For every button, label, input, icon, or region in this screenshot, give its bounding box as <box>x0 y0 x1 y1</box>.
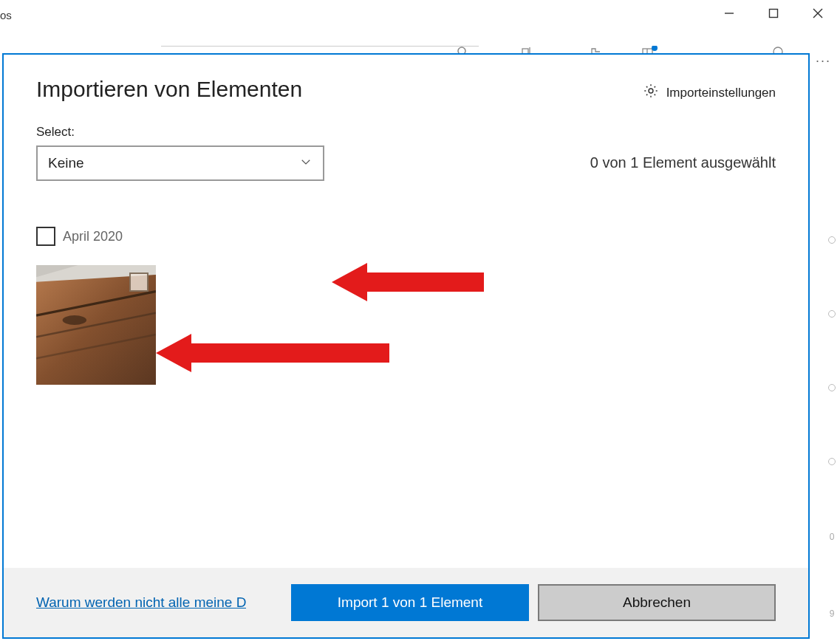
footer-buttons: Import 1 von 1 Element Abbrechen <box>291 584 776 621</box>
titlebar: os <box>0 0 840 35</box>
select-dropdown[interactable]: Keine <box>36 145 324 181</box>
select-block: Select: Keine <box>36 125 324 181</box>
svg-point-12 <box>649 89 653 93</box>
thumbnail-grid <box>36 265 776 385</box>
dialog-header: Importieren von Elementen Importeinstell… <box>4 55 808 103</box>
group-label: April 2020 <box>63 229 123 244</box>
select-value: Keine <box>48 155 84 171</box>
scroll-dot <box>828 236 836 244</box>
close-button[interactable] <box>796 0 840 27</box>
minimize-button[interactable] <box>707 0 751 27</box>
select-row: Select: Keine 0 von 1 Element ausgewählt <box>36 125 776 181</box>
svg-point-19 <box>63 315 86 325</box>
dialog-body: Select: Keine 0 von 1 Element ausgewählt… <box>4 103 808 568</box>
right-scroll-indicator: 0 9 <box>827 236 837 619</box>
select-label: Select: <box>36 125 324 140</box>
import-button[interactable]: Import 1 von 1 Element <box>291 584 529 621</box>
scroll-dot <box>828 310 836 318</box>
scroll-dot <box>828 458 836 465</box>
group-checkbox[interactable] <box>36 227 55 246</box>
thumbnail-checkbox[interactable] <box>129 272 148 292</box>
scroll-dot <box>828 384 836 391</box>
cancel-button[interactable]: Abbrechen <box>538 584 776 621</box>
gear-icon <box>643 83 659 103</box>
group-header: April 2020 <box>36 227 776 246</box>
import-settings-label: Importeinstellungen <box>666 86 776 100</box>
scroll-num: 9 <box>830 609 835 619</box>
minimize-icon <box>724 8 734 18</box>
selection-count: 0 von 1 Element ausgewählt <box>590 154 776 171</box>
window-controls <box>707 0 840 27</box>
dialog-footer: Warum werden nicht alle meine D Import 1… <box>4 568 808 637</box>
help-link[interactable]: Warum werden nicht alle meine D <box>36 594 246 611</box>
maximize-icon <box>768 8 779 18</box>
scroll-num: 0 <box>830 532 835 542</box>
import-settings-link[interactable]: Importeinstellungen <box>643 83 776 103</box>
more-menu[interactable]: ··· <box>816 53 831 69</box>
app-title-partial: os <box>0 9 12 21</box>
chevron-down-icon <box>299 155 313 172</box>
import-dialog: Importieren von Elementen Importeinstell… <box>2 53 810 639</box>
dialog-title: Importieren von Elementen <box>36 77 302 102</box>
svg-rect-1 <box>770 10 778 18</box>
maximize-button[interactable] <box>751 0 796 27</box>
photo-thumbnail[interactable] <box>36 265 156 385</box>
close-icon <box>813 8 823 18</box>
